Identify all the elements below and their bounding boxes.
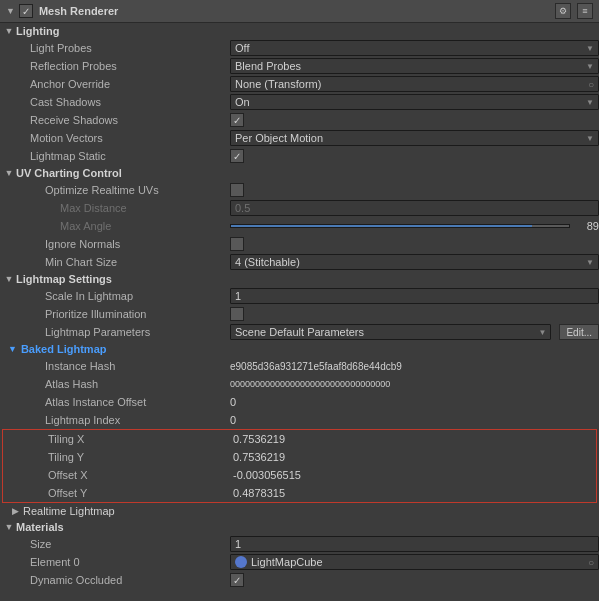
instance-hash-value: e9085d36a931271e5faaf8d68e44dcb9 bbox=[230, 361, 599, 372]
scale-lightmap-input[interactable]: 1 bbox=[230, 288, 599, 304]
reflection-probes-arrow-icon: ▼ bbox=[586, 62, 594, 71]
min-chart-size-select[interactable]: 4 (Stitchable) ▼ bbox=[230, 254, 599, 270]
collapse-arrow-icon[interactable]: ▼ bbox=[6, 6, 15, 16]
mesh-checkbox[interactable] bbox=[19, 4, 33, 18]
receive-shadows-value bbox=[230, 113, 599, 127]
materials-size-input[interactable]: 1 bbox=[230, 536, 599, 552]
atlas-hash-text: 00000000000000000000000000000000 bbox=[230, 379, 390, 389]
highlighted-tiling-section: Tiling X 0.7536219 Tiling Y 0.7536219 Of… bbox=[2, 429, 597, 503]
lightmap-parameters-select[interactable]: Scene Default Parameters ▼ bbox=[230, 324, 551, 340]
element0-value: LightMapCube ○ bbox=[230, 554, 599, 570]
min-chart-size-label: Min Chart Size bbox=[0, 256, 230, 268]
element0-row: Element 0 LightMapCube ○ bbox=[0, 553, 599, 571]
offset-y-value: 0.4878315 bbox=[233, 487, 596, 499]
max-angle-row: Max Angle 89 bbox=[0, 217, 599, 235]
max-angle-slider-track[interactable] bbox=[230, 224, 570, 228]
settings-icon[interactable]: ⚙ bbox=[555, 3, 571, 19]
realtime-lightmap-label: Realtime Lightmap bbox=[23, 505, 115, 517]
uv-charting-arrow-icon: ▼ bbox=[4, 168, 14, 178]
max-distance-row: Max Distance 0.5 bbox=[0, 199, 599, 217]
motion-vectors-select[interactable]: Per Object Motion ▼ bbox=[230, 130, 599, 146]
light-probes-select[interactable]: Off ▼ bbox=[230, 40, 599, 56]
lightmap-parameters-row: Lightmap Parameters Scene Default Parame… bbox=[0, 323, 599, 341]
max-angle-slider-fill bbox=[231, 225, 532, 227]
lightmap-static-label: Lightmap Static bbox=[0, 150, 230, 162]
mesh-renderer-panel: ▼ Mesh Renderer ⚙ ≡ ▼ Lighting Light Pro… bbox=[0, 0, 599, 589]
cast-shadows-value: On ▼ bbox=[230, 94, 599, 110]
element0-select[interactable]: LightMapCube ○ bbox=[230, 554, 599, 570]
motion-vectors-row: Motion Vectors Per Object Motion ▼ bbox=[0, 129, 599, 147]
prioritize-illumination-label: Prioritize Illumination bbox=[0, 308, 230, 320]
baked-lightmap-label: Baked Lightmap bbox=[21, 343, 107, 355]
ignore-normals-checkbox[interactable] bbox=[230, 237, 244, 251]
lightmap-parameters-arrow-icon: ▼ bbox=[539, 328, 547, 337]
cast-shadows-arrow-icon: ▼ bbox=[586, 98, 594, 107]
anchor-override-value: None (Transform) ○ bbox=[230, 76, 599, 92]
max-distance-input[interactable]: 0.5 bbox=[230, 200, 599, 216]
prioritize-illumination-checkbox[interactable] bbox=[230, 307, 244, 321]
light-probes-label: Light Probes bbox=[0, 42, 230, 54]
dynamic-occluded-label: Dynamic Occluded bbox=[0, 574, 230, 586]
panel-header-icons: ⚙ ≡ bbox=[553, 3, 593, 19]
tiling-x-text: 0.7536219 bbox=[233, 433, 285, 445]
offset-y-row: Offset Y 0.4878315 bbox=[3, 484, 596, 502]
cast-shadows-row: Cast Shadows On ▼ bbox=[0, 93, 599, 111]
tiling-x-row: Tiling X 0.7536219 bbox=[3, 430, 596, 448]
ignore-normals-label: Ignore Normals bbox=[0, 238, 230, 250]
atlas-instance-offset-value: 0 bbox=[230, 396, 599, 408]
optimize-realtime-uvs-row: Optimize Realtime UVs bbox=[0, 181, 599, 199]
light-probes-row: Light Probes Off ▼ bbox=[0, 39, 599, 57]
lightmap-settings-section-header[interactable]: ▼ Lightmap Settings bbox=[0, 271, 599, 287]
lightmap-static-value bbox=[230, 149, 599, 163]
anchor-override-row: Anchor Override None (Transform) ○ bbox=[0, 75, 599, 93]
motion-vectors-value: Per Object Motion ▼ bbox=[230, 130, 599, 146]
tiling-y-text: 0.7536219 bbox=[233, 451, 285, 463]
max-angle-slider-container: 89 bbox=[230, 220, 599, 232]
ignore-normals-row: Ignore Normals bbox=[0, 235, 599, 253]
optimize-realtime-uvs-checkbox[interactable] bbox=[230, 183, 244, 197]
atlas-hash-row: Atlas Hash 00000000000000000000000000000… bbox=[0, 375, 599, 393]
lighting-section-header[interactable]: ▼ Lighting bbox=[0, 23, 599, 39]
anchor-override-select[interactable]: None (Transform) ○ bbox=[230, 76, 599, 92]
atlas-hash-value: 00000000000000000000000000000000 bbox=[230, 379, 599, 389]
materials-section-header[interactable]: ▼ Materials bbox=[0, 519, 599, 535]
dynamic-occluded-checkbox[interactable] bbox=[230, 573, 244, 587]
atlas-instance-offset-label: Atlas Instance Offset bbox=[0, 396, 230, 408]
lightmap-parameters-label: Lightmap Parameters bbox=[0, 326, 230, 338]
lightmap-index-text: 0 bbox=[230, 414, 236, 426]
lightmap-static-checkbox[interactable] bbox=[230, 149, 244, 163]
element0-circle-icon: ○ bbox=[588, 557, 594, 568]
cast-shadows-label: Cast Shadows bbox=[0, 96, 230, 108]
min-chart-size-value: 4 (Stitchable) ▼ bbox=[230, 254, 599, 270]
lightmap-static-row: Lightmap Static bbox=[0, 147, 599, 165]
prioritize-illumination-row: Prioritize Illumination bbox=[0, 305, 599, 323]
realtime-lightmap-header[interactable]: ▶ Realtime Lightmap bbox=[0, 503, 599, 519]
reflection-probes-select[interactable]: Blend Probes ▼ bbox=[230, 58, 599, 74]
atlas-instance-offset-text: 0 bbox=[230, 396, 236, 408]
edit-button[interactable]: Edit... bbox=[559, 324, 599, 340]
ignore-normals-value bbox=[230, 237, 599, 251]
atlas-hash-label: Atlas Hash bbox=[0, 378, 230, 390]
tiling-y-label: Tiling Y bbox=[3, 451, 233, 463]
cast-shadows-select[interactable]: On ▼ bbox=[230, 94, 599, 110]
light-probes-value: Off ▼ bbox=[230, 40, 599, 56]
min-chart-size-row: Min Chart Size 4 (Stitchable) ▼ bbox=[0, 253, 599, 271]
lightmap-settings-arrow-icon: ▼ bbox=[4, 274, 14, 284]
baked-lightmap-header[interactable]: ▼ Baked Lightmap bbox=[0, 341, 599, 357]
offset-x-text: -0.003056515 bbox=[233, 469, 301, 481]
scale-lightmap-row: Scale In Lightmap 1 bbox=[0, 287, 599, 305]
offset-x-row: Offset X -0.003056515 bbox=[3, 466, 596, 484]
realtime-lightmap-arrow-icon: ▶ bbox=[12, 506, 19, 516]
max-distance-label: Max Distance bbox=[0, 202, 230, 214]
min-chart-size-arrow-icon: ▼ bbox=[586, 258, 594, 267]
scale-lightmap-value: 1 bbox=[230, 288, 599, 304]
more-icon[interactable]: ≡ bbox=[577, 3, 593, 19]
dynamic-occluded-value bbox=[230, 573, 599, 587]
uv-charting-section-header[interactable]: ▼ UV Charting Control bbox=[0, 165, 599, 181]
receive-shadows-row: Receive Shadows bbox=[0, 111, 599, 129]
uv-charting-section-label: UV Charting Control bbox=[16, 167, 122, 179]
receive-shadows-checkbox[interactable] bbox=[230, 113, 244, 127]
optimize-realtime-uvs-label: Optimize Realtime UVs bbox=[0, 184, 230, 196]
element0-color-dot bbox=[235, 556, 247, 568]
panel-title: Mesh Renderer bbox=[39, 5, 118, 17]
